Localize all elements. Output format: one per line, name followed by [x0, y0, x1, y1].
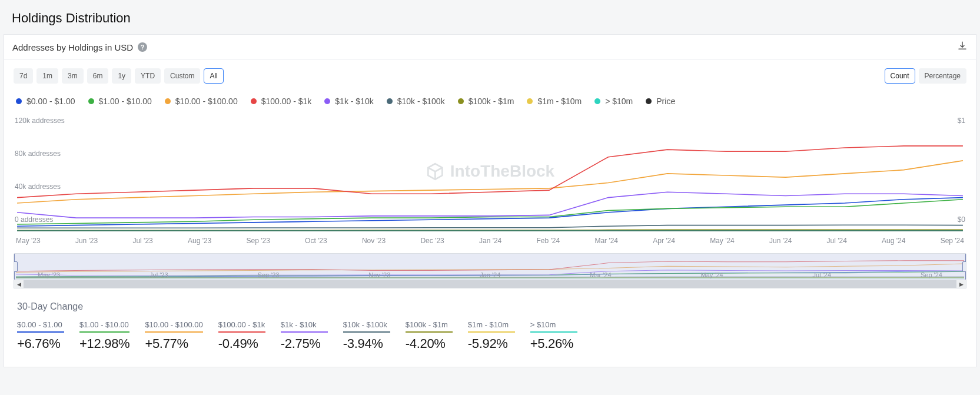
change-value: +12.98% — [79, 336, 129, 351]
change-title: 30-Day Change — [17, 301, 963, 312]
x-tick: Jul '24 — [827, 237, 847, 245]
y-left-tick: 0 addresses — [15, 215, 53, 224]
legend-label: $1.00 - $10.00 — [99, 97, 152, 106]
range-custom-button[interactable]: Custom — [164, 68, 200, 84]
series-line — [17, 146, 963, 198]
scroll-track[interactable] — [24, 280, 956, 288]
change-item: $100k - $1m-4.20% — [406, 320, 453, 351]
legend-label: $100k - $1m — [469, 97, 514, 106]
scroll-left-icon[interactable]: ◀ — [14, 280, 24, 288]
scroll-right-icon[interactable]: ▶ — [956, 280, 966, 288]
change-value: +6.76% — [17, 336, 64, 351]
change-label: $1.00 - $10.00 — [79, 320, 129, 333]
change-item: $0.00 - $1.00+6.76% — [17, 320, 64, 351]
download-icon[interactable] — [957, 41, 968, 54]
range-1y-button[interactable]: 1y — [112, 68, 131, 84]
legend-item[interactable]: $10k - $100k — [387, 97, 445, 106]
legend-item[interactable]: $1k - $10k — [324, 97, 373, 106]
legend-dot-icon — [646, 98, 652, 104]
holdings-card: Addresses by Holdings in USD ? 7d1m3m6m1… — [4, 34, 976, 367]
legend-item[interactable]: $100k - $1m — [458, 97, 514, 106]
y-right-tick: $0 — [958, 215, 965, 224]
legend-dot-icon — [165, 98, 171, 104]
series-line — [17, 200, 963, 224]
mode-count-button[interactable]: Count — [885, 68, 915, 84]
legend-dot-icon — [594, 98, 600, 104]
series-line — [17, 192, 963, 218]
change-value: -4.20% — [406, 336, 453, 351]
legend-item[interactable]: $0.00 - $1.00 — [16, 97, 75, 106]
x-tick: Mar '24 — [594, 237, 618, 245]
legend-item[interactable]: $1.00 - $10.00 — [88, 97, 152, 106]
change-value: +5.77% — [145, 336, 202, 351]
x-tick: Nov '23 — [362, 237, 386, 245]
y-left-tick: 40k addresses — [15, 182, 61, 191]
x-tick: Aug '24 — [882, 237, 905, 245]
mode-percentage-button[interactable]: Percentage — [919, 68, 966, 84]
change-label: > $10m — [530, 320, 577, 333]
x-tick: May '23 — [16, 237, 41, 245]
legend-item[interactable]: $10.00 - $100.00 — [165, 97, 238, 106]
legend-dot-icon — [387, 98, 393, 104]
change-label: $10k - $100k — [343, 320, 390, 333]
legend-item[interactable]: $1m - $10m — [527, 97, 582, 106]
card-subtitle: Addresses by Holdings in USD — [12, 42, 133, 52]
legend-item[interactable]: > $10m — [594, 97, 633, 106]
range-1m-button[interactable]: 1m — [36, 68, 58, 84]
range-7d-button[interactable]: 7d — [14, 68, 33, 84]
legend: $0.00 - $1.00$1.00 - $10.00$10.00 - $100… — [4, 88, 976, 111]
change-item: $10k - $100k-3.94% — [343, 320, 390, 351]
x-tick: Jul '23 — [132, 237, 152, 245]
series-line — [17, 161, 963, 203]
range-ytd-button[interactable]: YTD — [135, 68, 161, 84]
legend-label: $1k - $10k — [335, 97, 373, 106]
display-mode-group: CountPercentage — [885, 68, 966, 84]
legend-item[interactable]: Price — [646, 97, 675, 106]
page-title: Holdings Distribution — [12, 11, 968, 26]
change-label: $100k - $1m — [406, 320, 453, 333]
help-icon[interactable]: ? — [138, 42, 147, 52]
x-tick: Sep '24 — [941, 237, 964, 245]
range-all-button[interactable]: All — [204, 68, 223, 84]
navigator-selection[interactable] — [14, 254, 966, 280]
x-tick: Dec '23 — [420, 237, 444, 245]
chart-area[interactable]: 120k addresses80k addresses40k addresses… — [4, 111, 976, 234]
change-value: -3.94% — [343, 336, 390, 351]
x-tick: Jun '24 — [769, 237, 792, 245]
legend-label: $1m - $10m — [537, 97, 582, 106]
x-axis-labels: May '23Jun '23Jul '23Aug '23Sep '23Oct '… — [4, 234, 976, 248]
legend-dot-icon — [324, 98, 330, 104]
navigator-handle-right[interactable] — [962, 261, 966, 272]
legend-item[interactable]: $100.00 - $1k — [251, 97, 312, 106]
legend-label: $10k - $100k — [397, 97, 445, 106]
navigator-scrollbar[interactable]: ◀ ▶ — [14, 280, 966, 288]
change-label: $10.00 - $100.00 — [145, 320, 202, 333]
change-grid: $0.00 - $1.00+6.76%$1.00 - $10.00+12.98%… — [17, 320, 963, 351]
change-item: $100.00 - $1k-0.49% — [218, 320, 265, 351]
legend-dot-icon — [458, 98, 464, 104]
legend-dot-icon — [527, 98, 533, 104]
change-item: > $10m+5.26% — [530, 320, 577, 351]
legend-dot-icon — [88, 98, 94, 104]
change-item: $10.00 - $100.00+5.77% — [145, 320, 202, 351]
change-item: $1k - $10k-2.75% — [281, 320, 328, 351]
legend-label: Price — [656, 97, 675, 106]
series-line — [17, 225, 963, 228]
y-right-tick: $1 — [958, 117, 965, 125]
change-label: $1m - $10m — [468, 320, 515, 333]
navigator-handle-left[interactable] — [14, 261, 18, 272]
range-6m-button[interactable]: 6m — [87, 68, 109, 84]
range-3m-button[interactable]: 3m — [62, 68, 84, 84]
x-tick: Feb '24 — [537, 237, 560, 245]
x-tick: Jan '24 — [479, 237, 501, 245]
x-tick: May '24 — [710, 237, 735, 245]
x-tick: Aug '23 — [188, 237, 211, 245]
change-item: $1.00 - $10.00+12.98% — [79, 320, 129, 351]
legend-label: $0.00 - $1.00 — [26, 97, 75, 106]
legend-dot-icon — [251, 98, 257, 104]
change-label: $100.00 - $1k — [218, 320, 265, 333]
change-label: $0.00 - $1.00 — [17, 320, 64, 333]
chart-navigator[interactable]: May '23Jul '23Sep '23Nov '23Jan '24Mar '… — [14, 253, 966, 280]
y-left-tick: 80k addresses — [15, 150, 61, 158]
change-item: $1m - $10m-5.92% — [468, 320, 515, 351]
